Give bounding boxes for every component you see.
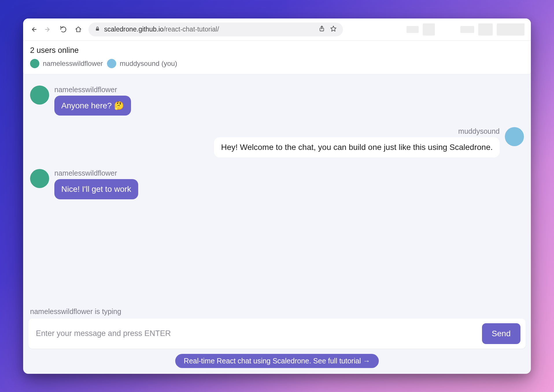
svg-rect-2	[96, 29, 99, 31]
online-title: 2 users online	[30, 46, 524, 55]
avatar	[107, 59, 116, 68]
message-column: namelesswildflowerAnyone here? 🤔	[54, 86, 131, 116]
users-row: namelesswildflowermuddysound (you)	[30, 59, 524, 68]
avatar	[505, 127, 524, 146]
avatar	[30, 86, 49, 105]
message-author: namelesswildflower	[54, 86, 131, 94]
typing-indicator: namelesswildflower is typing	[23, 307, 531, 319]
avatar	[30, 59, 39, 68]
message-column: muddysoundHey! Welcome to the chat, you …	[214, 127, 500, 157]
address-bar[interactable]: scaledrone.github.io/react-chat-tutorial…	[88, 23, 343, 36]
home-icon[interactable]	[75, 26, 82, 33]
message-row: muddysoundHey! Welcome to the chat, you …	[30, 127, 524, 157]
user-name: muddysound (you)	[120, 60, 177, 68]
placeholder	[478, 23, 493, 36]
placeholder	[460, 26, 474, 33]
svg-marker-4	[331, 26, 336, 31]
message-bubble: Nice! I'll get to work	[54, 179, 138, 199]
placeholder	[407, 26, 419, 33]
online-panel: 2 users online namelesswildflowermuddyso…	[23, 41, 531, 74]
message-author: namelesswildflower	[54, 169, 138, 177]
address-actions	[319, 25, 337, 34]
user-chip: namelesswildflower	[30, 59, 103, 68]
page-content: 2 users online namelesswildflowermuddyso…	[23, 41, 531, 374]
placeholder	[497, 23, 525, 36]
forward-icon[interactable]	[45, 26, 52, 33]
url-text: scaledrone.github.io/react-chat-tutorial…	[104, 25, 315, 33]
send-button[interactable]: Send	[482, 323, 520, 344]
placeholder	[423, 23, 435, 36]
tutorial-link[interactable]: Real-time React chat using Scaledrone. S…	[175, 354, 379, 368]
compose-bar: Send	[28, 319, 526, 349]
nav-icons	[29, 26, 82, 33]
message-bubble: Anyone here? 🤔	[54, 96, 131, 116]
browser-toolbar: scaledrone.github.io/react-chat-tutorial…	[23, 18, 531, 41]
message-author: muddysound	[458, 127, 500, 135]
user-chip: muddysound (you)	[107, 59, 177, 68]
message-row: namelesswildflowerNice! I'll get to work	[30, 169, 524, 199]
toolbar-placeholders	[407, 23, 525, 36]
star-icon[interactable]	[330, 25, 337, 34]
browser-window: scaledrone.github.io/react-chat-tutorial…	[23, 18, 531, 374]
back-icon[interactable]	[29, 26, 37, 33]
message-input[interactable]	[34, 324, 477, 343]
share-icon[interactable]	[319, 25, 325, 34]
message-column: namelesswildflowerNice! I'll get to work	[54, 169, 138, 199]
avatar	[30, 169, 49, 188]
user-name: namelesswildflower	[43, 60, 103, 68]
lock-icon	[95, 25, 100, 33]
message-row: namelesswildflowerAnyone here? 🤔	[30, 86, 524, 116]
reload-icon[interactable]	[60, 26, 67, 33]
message-bubble: Hey! Welcome to the chat, you can build …	[214, 137, 500, 157]
messages-list[interactable]: namelesswildflowerAnyone here? 🤔muddysou…	[23, 74, 531, 307]
footer: Real-time React chat using Scaledrone. S…	[23, 354, 531, 374]
